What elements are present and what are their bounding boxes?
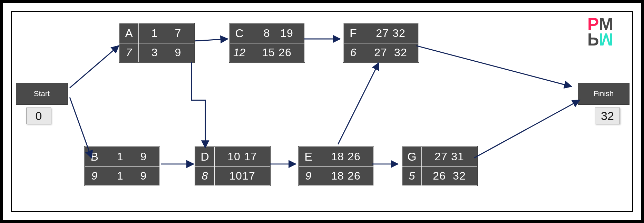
node-E-es-ef: 18 26 bbox=[318, 147, 374, 167]
node-D-id: D bbox=[195, 147, 215, 167]
edge-A-C bbox=[195, 39, 228, 41]
activity-node-G: G 27 31 5 26 32 bbox=[402, 146, 478, 186]
diagram-inner-frame: PM PM Start 0 Finish 32 A 1 7 7 bbox=[11, 11, 633, 212]
node-B-duration: 9 bbox=[85, 166, 104, 185]
activity-node-A: A 1 7 7 3 9 bbox=[119, 23, 195, 63]
node-E-id: E bbox=[299, 147, 318, 167]
node-G-ls-lf: 26 32 bbox=[422, 166, 477, 185]
start-terminal: Start bbox=[16, 83, 68, 105]
node-F-duration: 6 bbox=[344, 43, 363, 62]
node-D-duration: 8 bbox=[195, 166, 215, 185]
node-D-es-ef: 10 17 bbox=[215, 147, 270, 167]
node-E-duration: 9 bbox=[299, 166, 318, 185]
finish-value: 32 bbox=[595, 108, 620, 124]
node-D-ls-lf: 1017 bbox=[215, 166, 270, 185]
logo-bot-m: M bbox=[599, 30, 613, 49]
logo-bottom: PM bbox=[587, 32, 613, 47]
activity-node-C: C 8 19 12 15 26 bbox=[229, 23, 305, 63]
pm-logo: PM PM bbox=[587, 17, 625, 47]
node-G-duration: 5 bbox=[402, 166, 422, 185]
activity-node-F: F 27 32 6 27 32 bbox=[343, 23, 419, 63]
activity-node-B: B 1 9 9 1 9 bbox=[84, 146, 160, 186]
node-A-ls-lf: 3 9 bbox=[139, 43, 194, 62]
start-label: Start bbox=[34, 89, 50, 98]
node-F-ls-lf: 27 32 bbox=[363, 43, 419, 62]
node-G-id: G bbox=[402, 147, 422, 167]
edge-A-D bbox=[192, 62, 205, 148]
finish-terminal: Finish bbox=[578, 83, 630, 105]
node-A-duration: 7 bbox=[119, 43, 139, 62]
node-B-es-ef: 1 9 bbox=[104, 147, 160, 167]
node-B-ls-lf: 1 9 bbox=[104, 166, 160, 185]
node-F-id: F bbox=[344, 23, 363, 43]
activity-node-E: E 18 26 9 18 26 bbox=[298, 146, 374, 186]
node-A-id: A bbox=[119, 23, 139, 43]
node-A-es-ef: 1 7 bbox=[139, 23, 194, 43]
node-C-id: C bbox=[230, 23, 249, 43]
node-F-es-ef: 27 32 bbox=[363, 23, 419, 43]
node-G-es-ef: 27 31 bbox=[422, 147, 477, 167]
logo-bot-p: P bbox=[587, 30, 599, 49]
edge-E-F bbox=[338, 63, 379, 144]
edge-F-finish bbox=[416, 46, 572, 87]
finish-label: Finish bbox=[594, 89, 614, 98]
node-C-ls-lf: 15 26 bbox=[249, 43, 305, 62]
node-C-es-ef: 8 19 bbox=[249, 23, 305, 43]
start-value: 0 bbox=[26, 108, 51, 124]
node-B-id: B bbox=[85, 147, 104, 167]
node-C-duration: 12 bbox=[230, 43, 249, 62]
edge-start-A bbox=[70, 46, 119, 88]
node-E-ls-lf: 18 26 bbox=[318, 166, 374, 185]
activity-node-D: D 10 17 8 1017 bbox=[195, 146, 271, 186]
edge-G-finish bbox=[474, 100, 580, 158]
diagram-outer-frame: PM PM Start 0 Finish 32 A 1 7 7 bbox=[0, 0, 644, 223]
